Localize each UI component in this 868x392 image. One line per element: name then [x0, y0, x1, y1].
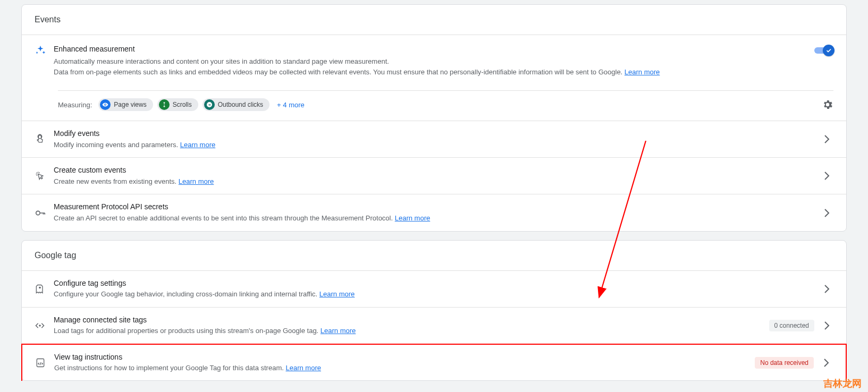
- key-icon: [35, 207, 54, 219]
- outbound-icon: [204, 99, 215, 110]
- mp-learn-more[interactable]: Learn more: [395, 214, 430, 222]
- gear-icon[interactable]: [822, 99, 833, 110]
- configure-sub: Configure your Google tag behavior, incl…: [54, 289, 812, 300]
- configure-title: Configure tag settings: [54, 278, 812, 289]
- chip-scrolls: Scrolls: [157, 98, 198, 111]
- measuring-label: Measuring:: [58, 101, 92, 109]
- google-tag-card: Google tag Configure tag settings Config…: [21, 240, 847, 381]
- enhanced-toggle[interactable]: [814, 45, 833, 56]
- svg-point-2: [36, 211, 40, 215]
- connected-count-badge: 0 connected: [769, 320, 814, 331]
- events-card: Events Enhanced measurement Automaticall…: [21, 4, 847, 232]
- events-header: Events: [22, 5, 846, 35]
- modify-events-row[interactable]: Modify events Modify incoming events and…: [22, 121, 846, 158]
- mp-title: Measurement Protocol API secrets: [54, 202, 812, 212]
- connected-title: Manage connected site tags: [54, 315, 761, 326]
- eye-icon: [100, 99, 111, 110]
- view-sub: Get instructions for how to implement yo…: [54, 363, 746, 373]
- more-measurements-link[interactable]: + 4 more: [277, 101, 305, 109]
- custom-learn-more[interactable]: Learn more: [179, 177, 214, 185]
- create-custom-events-row[interactable]: Create custom events Create new events f…: [22, 158, 846, 194]
- sparkle-icon: [35, 45, 54, 56]
- modify-learn-more[interactable]: Learn more: [180, 141, 215, 149]
- code-icon: [35, 320, 54, 331]
- cursor-click-icon: [35, 171, 54, 181]
- instructions-icon: [35, 357, 54, 368]
- google-tag-header: Google tag: [22, 241, 846, 271]
- tag-icon: [35, 284, 54, 294]
- connected-tags-row[interactable]: Manage connected site tags Load tags for…: [22, 308, 846, 344]
- svg-point-0: [105, 104, 106, 105]
- scroll-icon: [159, 99, 170, 110]
- view-title: View tag instructions: [54, 352, 746, 363]
- view-learn-more[interactable]: Learn more: [285, 364, 321, 372]
- chevron-right-icon: [821, 133, 833, 146]
- enhanced-title: Enhanced measurement: [54, 45, 806, 53]
- chevron-right-icon: [821, 169, 833, 182]
- enhanced-learn-more[interactable]: Learn more: [625, 68, 660, 76]
- configure-learn-more[interactable]: Learn more: [319, 290, 355, 298]
- measuring-row: Measuring: Page views Scrolls: [22, 91, 846, 121]
- modify-events-title: Modify events: [54, 129, 812, 139]
- modify-events-sub: Modify incoming events and parameters. L…: [54, 140, 812, 150]
- chevron-right-icon: [820, 356, 833, 369]
- svg-point-4: [39, 325, 40, 326]
- chevron-right-icon: [821, 283, 833, 295]
- custom-events-sub: Create new events from existing events. …: [54, 176, 812, 187]
- measurement-protocol-row[interactable]: Measurement Protocol API secrets Create …: [22, 194, 846, 231]
- custom-events-title: Create custom events: [54, 165, 812, 176]
- connected-sub: Load tags for additional properties or p…: [54, 326, 761, 336]
- enhanced-measurement-section: Enhanced measurement Automatically measu…: [22, 35, 846, 121]
- chevron-right-icon: [821, 319, 833, 332]
- connected-learn-more[interactable]: Learn more: [321, 327, 356, 335]
- enhanced-desc: Automatically measure interactions and c…: [54, 56, 806, 78]
- no-data-badge: No data received: [755, 357, 814, 369]
- mp-sub: Create an API secret to enable additiona…: [54, 213, 812, 224]
- view-tag-instructions-row[interactable]: View tag instructions Get instructions f…: [21, 344, 847, 381]
- touch-icon: [35, 134, 54, 144]
- configure-tag-row[interactable]: Configure tag settings Configure your Go…: [22, 271, 846, 308]
- chevron-right-icon: [821, 207, 833, 219]
- chip-page-views: Page views: [98, 98, 153, 111]
- svg-point-3: [39, 287, 40, 288]
- chip-outbound: Outbound clicks: [203, 98, 269, 111]
